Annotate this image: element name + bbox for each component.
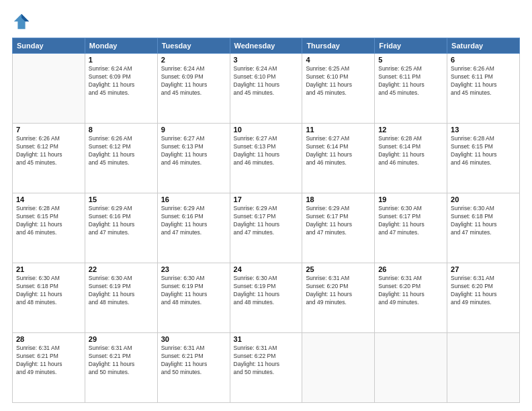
day-number: 2 — [161, 56, 226, 64]
calendar-cell: 7Sunrise: 6:26 AM Sunset: 6:12 PM Daylig… — [13, 124, 85, 193]
day-number: 15 — [89, 195, 154, 203]
calendar-week-row: 28Sunrise: 6:31 AM Sunset: 6:21 PM Dayli… — [13, 333, 520, 403]
calendar-cell: 1Sunrise: 6:24 AM Sunset: 6:09 PM Daylig… — [85, 54, 157, 124]
calendar-cell: 10Sunrise: 6:27 AM Sunset: 6:13 PM Dayli… — [230, 124, 302, 193]
day-number: 20 — [451, 195, 516, 203]
calendar-cell — [447, 333, 520, 403]
calendar-cell — [302, 333, 375, 403]
calendar-cell: 17Sunrise: 6:29 AM Sunset: 6:17 PM Dayli… — [230, 193, 302, 263]
calendar-cell: 25Sunrise: 6:31 AM Sunset: 6:20 PM Dayli… — [302, 263, 375, 333]
weekday-header-saturday: Saturday — [447, 38, 520, 54]
calendar-cell: 16Sunrise: 6:29 AM Sunset: 6:16 PM Dayli… — [157, 193, 230, 263]
day-number: 5 — [378, 56, 443, 64]
cell-info: Sunrise: 6:25 AM Sunset: 6:11 PM Dayligh… — [378, 65, 443, 97]
calendar-cell — [375, 333, 447, 403]
cell-info: Sunrise: 6:26 AM Sunset: 6:11 PM Dayligh… — [451, 65, 516, 97]
cell-info: Sunrise: 6:31 AM Sunset: 6:20 PM Dayligh… — [378, 275, 443, 307]
cell-info: Sunrise: 6:30 AM Sunset: 6:18 PM Dayligh… — [16, 275, 81, 307]
cell-info: Sunrise: 6:29 AM Sunset: 6:17 PM Dayligh… — [234, 205, 299, 237]
cell-info: Sunrise: 6:31 AM Sunset: 6:20 PM Dayligh… — [306, 275, 371, 307]
day-number: 16 — [161, 195, 226, 203]
weekday-header-wednesday: Wednesday — [230, 38, 302, 54]
day-number: 6 — [451, 56, 516, 64]
calendar-cell: 20Sunrise: 6:30 AM Sunset: 6:18 PM Dayli… — [447, 193, 520, 263]
day-number: 30 — [161, 335, 226, 343]
calendar-cell: 21Sunrise: 6:30 AM Sunset: 6:18 PM Dayli… — [13, 263, 85, 333]
page: SundayMondayTuesdayWednesdayThursdayFrid… — [0, 0, 532, 411]
calendar-cell: 9Sunrise: 6:27 AM Sunset: 6:13 PM Daylig… — [157, 124, 230, 193]
cell-info: Sunrise: 6:30 AM Sunset: 6:17 PM Dayligh… — [378, 205, 443, 237]
day-number: 12 — [378, 126, 443, 134]
cell-info: Sunrise: 6:30 AM Sunset: 6:19 PM Dayligh… — [234, 275, 299, 307]
calendar-cell: 19Sunrise: 6:30 AM Sunset: 6:17 PM Dayli… — [375, 193, 447, 263]
weekday-header-tuesday: Tuesday — [157, 38, 230, 54]
day-number: 29 — [89, 335, 154, 343]
calendar-cell: 26Sunrise: 6:31 AM Sunset: 6:20 PM Dayli… — [375, 263, 447, 333]
day-number: 24 — [234, 265, 299, 273]
cell-info: Sunrise: 6:28 AM Sunset: 6:14 PM Dayligh… — [378, 135, 443, 167]
calendar-week-row: 7Sunrise: 6:26 AM Sunset: 6:12 PM Daylig… — [13, 124, 520, 193]
cell-info: Sunrise: 6:24 AM Sunset: 6:09 PM Dayligh… — [161, 65, 226, 97]
day-number: 18 — [306, 195, 371, 203]
calendar-cell: 2Sunrise: 6:24 AM Sunset: 6:09 PM Daylig… — [157, 54, 230, 124]
day-number: 11 — [306, 126, 371, 134]
calendar-cell: 24Sunrise: 6:30 AM Sunset: 6:19 PM Dayli… — [230, 263, 302, 333]
day-number: 13 — [451, 126, 516, 134]
calendar-cell: 15Sunrise: 6:29 AM Sunset: 6:16 PM Dayli… — [85, 193, 157, 263]
cell-info: Sunrise: 6:29 AM Sunset: 6:16 PM Dayligh… — [89, 205, 154, 237]
calendar-cell: 30Sunrise: 6:31 AM Sunset: 6:21 PM Dayli… — [157, 333, 230, 403]
day-number: 19 — [378, 195, 443, 203]
cell-info: Sunrise: 6:24 AM Sunset: 6:09 PM Dayligh… — [89, 65, 154, 97]
logo-icon — [12, 12, 31, 31]
calendar-week-row: 14Sunrise: 6:28 AM Sunset: 6:15 PM Dayli… — [13, 193, 520, 263]
calendar-cell: 8Sunrise: 6:26 AM Sunset: 6:12 PM Daylig… — [85, 124, 157, 193]
calendar-cell: 13Sunrise: 6:28 AM Sunset: 6:15 PM Dayli… — [447, 124, 520, 193]
weekday-header-thursday: Thursday — [302, 38, 375, 54]
day-number: 10 — [234, 126, 299, 134]
calendar-cell: 18Sunrise: 6:29 AM Sunset: 6:17 PM Dayli… — [302, 193, 375, 263]
cell-info: Sunrise: 6:31 AM Sunset: 6:20 PM Dayligh… — [451, 275, 516, 307]
cell-info: Sunrise: 6:28 AM Sunset: 6:15 PM Dayligh… — [16, 205, 81, 237]
day-number: 28 — [16, 335, 81, 343]
cell-info: Sunrise: 6:31 AM Sunset: 6:21 PM Dayligh… — [16, 345, 81, 377]
calendar-cell: 11Sunrise: 6:27 AM Sunset: 6:14 PM Dayli… — [302, 124, 375, 193]
day-number: 4 — [306, 56, 371, 64]
cell-info: Sunrise: 6:30 AM Sunset: 6:19 PM Dayligh… — [161, 275, 226, 307]
calendar-week-row: 21Sunrise: 6:30 AM Sunset: 6:18 PM Dayli… — [13, 263, 520, 333]
day-number: 3 — [234, 56, 299, 64]
cell-info: Sunrise: 6:31 AM Sunset: 6:21 PM Dayligh… — [161, 345, 226, 377]
cell-info: Sunrise: 6:26 AM Sunset: 6:12 PM Dayligh… — [89, 135, 154, 167]
cell-info: Sunrise: 6:27 AM Sunset: 6:13 PM Dayligh… — [234, 135, 299, 167]
header — [12, 12, 520, 31]
day-number: 7 — [16, 126, 81, 134]
cell-info: Sunrise: 6:27 AM Sunset: 6:14 PM Dayligh… — [306, 135, 371, 167]
day-number: 31 — [234, 335, 299, 343]
calendar-cell — [13, 54, 85, 124]
day-number: 21 — [16, 265, 81, 273]
calendar-cell: 29Sunrise: 6:31 AM Sunset: 6:21 PM Dayli… — [85, 333, 157, 403]
calendar-table: SundayMondayTuesdayWednesdayThursdayFrid… — [12, 38, 520, 403]
day-number: 1 — [89, 56, 154, 64]
weekday-header-friday: Friday — [375, 38, 447, 54]
cell-info: Sunrise: 6:24 AM Sunset: 6:10 PM Dayligh… — [234, 65, 299, 97]
cell-info: Sunrise: 6:27 AM Sunset: 6:13 PM Dayligh… — [161, 135, 226, 167]
calendar-cell: 4Sunrise: 6:25 AM Sunset: 6:10 PM Daylig… — [302, 54, 375, 124]
day-number: 14 — [16, 195, 81, 203]
cell-info: Sunrise: 6:30 AM Sunset: 6:19 PM Dayligh… — [89, 275, 154, 307]
cell-info: Sunrise: 6:30 AM Sunset: 6:18 PM Dayligh… — [451, 205, 516, 237]
day-number: 25 — [306, 265, 371, 273]
cell-info: Sunrise: 6:25 AM Sunset: 6:10 PM Dayligh… — [306, 65, 371, 97]
day-number: 8 — [89, 126, 154, 134]
calendar-cell: 12Sunrise: 6:28 AM Sunset: 6:14 PM Dayli… — [375, 124, 447, 193]
calendar-cell: 22Sunrise: 6:30 AM Sunset: 6:19 PM Dayli… — [85, 263, 157, 333]
calendar-cell: 14Sunrise: 6:28 AM Sunset: 6:15 PM Dayli… — [13, 193, 85, 263]
calendar-cell: 27Sunrise: 6:31 AM Sunset: 6:20 PM Dayli… — [447, 263, 520, 333]
logo — [12, 12, 34, 31]
weekday-header-row: SundayMondayTuesdayWednesdayThursdayFrid… — [13, 38, 520, 54]
calendar-week-row: 1Sunrise: 6:24 AM Sunset: 6:09 PM Daylig… — [13, 54, 520, 124]
cell-info: Sunrise: 6:26 AM Sunset: 6:12 PM Dayligh… — [16, 135, 81, 167]
day-number: 23 — [161, 265, 226, 273]
calendar-cell: 5Sunrise: 6:25 AM Sunset: 6:11 PM Daylig… — [375, 54, 447, 124]
day-number: 17 — [234, 195, 299, 203]
cell-info: Sunrise: 6:29 AM Sunset: 6:16 PM Dayligh… — [161, 205, 226, 237]
